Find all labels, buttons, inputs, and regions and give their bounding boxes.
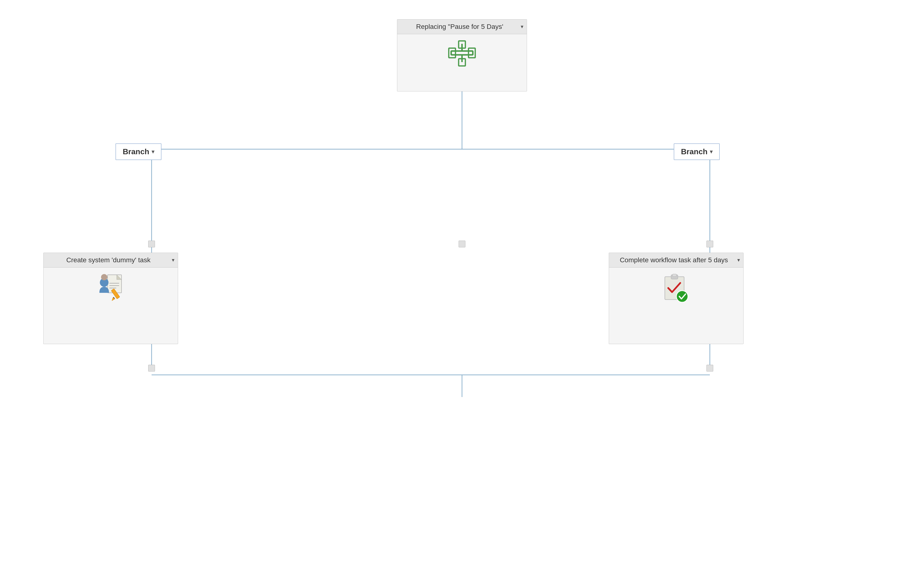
replacing-node-body — [397, 34, 527, 73]
svg-rect-16 — [468, 48, 475, 58]
branch-right-node[interactable]: Branch ▾ — [674, 143, 720, 160]
branch-left-label: Branch — [123, 147, 149, 156]
complete-workflow-title: Complete workflow task after 5 days — [612, 256, 735, 264]
create-task-title: Create system 'dummy' task — [47, 256, 170, 264]
handle-left-branch-bottom — [148, 241, 155, 248]
replacing-node-header: Replacing "Pause for 5 Days' ▾ — [397, 20, 527, 34]
branch-left-dropdown[interactable]: ▾ — [152, 149, 154, 155]
handle-complete-workflow-bottom — [706, 365, 713, 372]
svg-rect-15 — [449, 48, 456, 58]
svg-point-28 — [101, 274, 107, 280]
create-task-icon — [95, 272, 126, 304]
create-task-dropdown[interactable]: ▾ — [172, 257, 174, 264]
complete-workflow-node: Complete workflow task after 5 days ▾ — [609, 253, 744, 344]
complete-workflow-header: Complete workflow task after 5 days ▾ — [609, 253, 743, 268]
branch-right-dropdown[interactable]: ▾ — [710, 149, 712, 155]
replacing-node-dropdown[interactable]: ▾ — [521, 23, 524, 30]
complete-workflow-dropdown[interactable]: ▾ — [737, 257, 740, 264]
branch-left-node[interactable]: Branch ▾ — [116, 143, 162, 160]
replacing-node-title: Replacing "Pause for 5 Days' — [400, 22, 519, 31]
branch-right-label: Branch — [681, 147, 708, 156]
handle-create-task-bottom — [148, 365, 155, 372]
workflow-canvas: Replacing "Pause for 5 Days' ▾ — [0, 0, 924, 564]
replacing-icon — [448, 39, 476, 68]
complete-workflow-body — [609, 268, 743, 309]
svg-rect-31 — [672, 274, 676, 276]
handle-replacing-bottom — [459, 241, 465, 248]
svg-point-32 — [676, 291, 688, 302]
handle-right-branch-bottom — [706, 241, 713, 248]
create-task-node: Create system 'dummy' task ▾ — [44, 253, 178, 344]
replacing-node: Replacing "Pause for 5 Days' ▾ — [397, 19, 527, 92]
create-task-header: Create system 'dummy' task ▾ — [44, 253, 178, 268]
svg-rect-12 — [451, 51, 473, 55]
complete-workflow-icon — [660, 272, 692, 304]
create-task-body — [44, 268, 178, 309]
